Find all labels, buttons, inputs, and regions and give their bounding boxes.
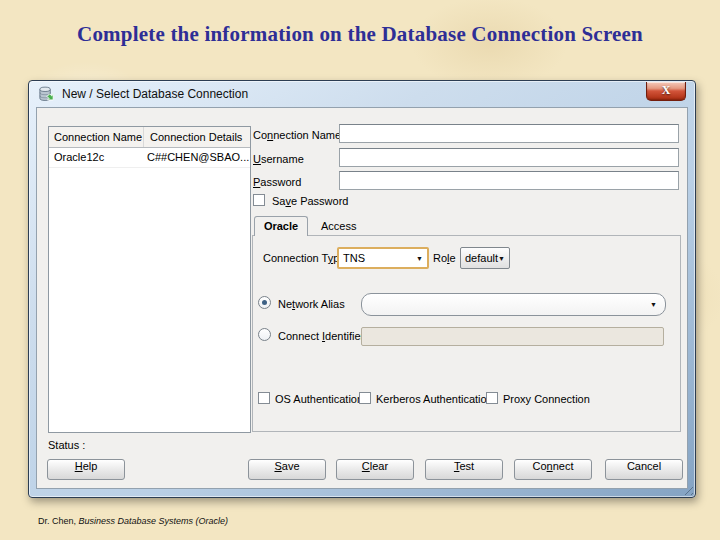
network-alias-dropdown[interactable]: ▼ [361,293,666,316]
cancel-button[interactable]: Cancel [605,459,683,480]
connect-identifier-field[interactable] [361,327,664,346]
table-row[interactable]: Oracle12c C##CHEN@SBAO... [49,148,250,168]
status-label: Status : [48,439,85,451]
kerberos-authentication-label: Kerberos Authentication [376,393,493,405]
tab-oracle[interactable]: Oracle [254,216,308,236]
connection-name-cell: Oracle12c [49,148,144,167]
network-alias-radio[interactable] [258,296,271,309]
chevron-down-icon: ▼ [650,301,657,308]
role-dropdown[interactable]: default ▼ [460,247,510,269]
oracle-tab-panel: Connection Type TNS ▼ Role default ▼ Net… [252,235,681,432]
save-button[interactable]: Save [248,459,326,480]
os-authentication-label: OS Authentication [275,393,363,405]
save-password-checkbox[interactable] [253,194,265,206]
proxy-connection-label: Proxy Connection [503,393,590,405]
role-value: default [465,252,498,264]
connect-identifier-label: Connect Identifier [278,330,364,342]
database-new-icon [38,86,55,103]
footer-course: Business Database Systems (Oracle) [79,516,229,526]
help-button[interactable]: Help [47,459,125,480]
chevron-down-icon: ▼ [498,255,505,262]
connection-name-label: Connection Name [253,129,341,141]
database-connection-dialog: New / Select Database Connection X Conne… [28,80,696,498]
connection-type-value: TNS [343,252,365,264]
connections-table: Connection Name Connection Details Oracl… [48,126,251,433]
slide-footer: Dr. Chen, Business Database Systems (Ora… [38,516,228,526]
connection-type-dropdown[interactable]: TNS ▼ [337,247,429,269]
proxy-connection-checkbox[interactable] [486,392,498,404]
tab-access[interactable]: Access [321,220,356,232]
test-button[interactable]: Test [425,459,503,480]
close-button[interactable]: X [646,82,686,101]
slide-title: Complete the information on the Database… [0,22,720,47]
column-header-connection-details[interactable]: Connection Details [144,127,250,147]
connect-button[interactable]: Connect [514,459,592,480]
slide: Complete the information on the Database… [0,0,720,540]
connect-identifier-radio[interactable] [258,328,271,341]
connection-name-field[interactable] [339,124,679,143]
role-label: Role [433,252,456,264]
network-alias-label: Network Alias [278,298,345,310]
connection-details-cell: C##CHEN@SBAO... [144,148,250,167]
password-label: Password [253,176,301,188]
kerberos-authentication-checkbox[interactable] [359,392,371,404]
os-authentication-checkbox[interactable] [258,392,270,404]
username-label: Username [253,153,304,165]
dialog-title: New / Select Database Connection [62,87,248,101]
clear-button[interactable]: Clear [336,459,414,480]
footer-author: Dr. Chen, [38,516,76,526]
column-header-connection-name[interactable]: Connection Name [49,127,144,147]
dialog-titlebar[interactable]: New / Select Database Connection [29,81,695,107]
chevron-down-icon: ▼ [416,255,423,262]
connection-type-label: Connection Type [263,252,345,264]
connections-table-header: Connection Name Connection Details [49,127,250,148]
username-field[interactable] [339,148,679,167]
save-password-label: Save Password [272,195,348,207]
dialog-client-area: Connection Name Connection Details Oracl… [36,107,688,489]
password-field[interactable] [339,171,679,190]
